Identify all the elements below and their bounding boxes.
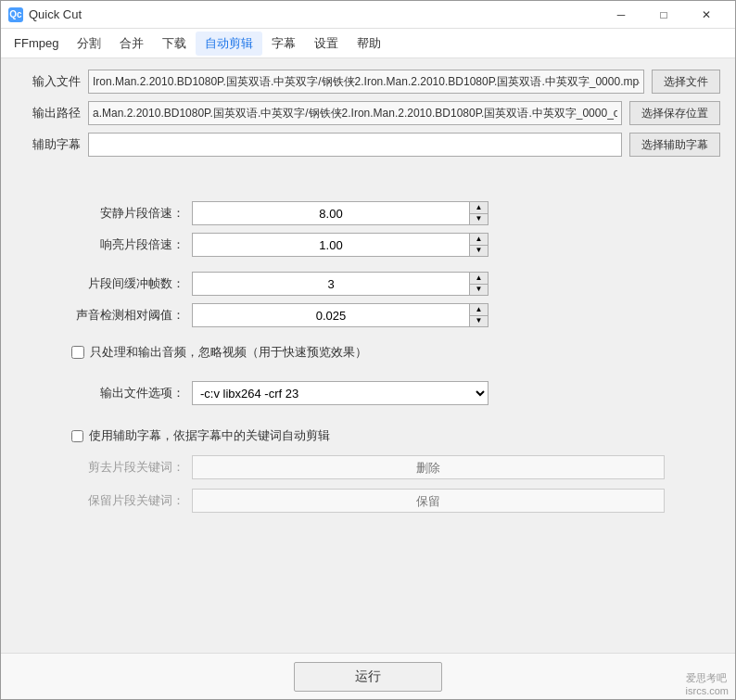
settings-area: 安静片段倍速： ▲ ▼ 响亮片段倍速： ▲ ▼ (16, 197, 720, 331)
threshold-input[interactable] (193, 304, 469, 326)
input-file-field[interactable] (88, 70, 644, 94)
subtitle-file-label: 辅助字幕 (16, 136, 81, 153)
output-path-label: 输出路径 (16, 105, 81, 121)
choose-subtitle-button[interactable]: 选择辅助字幕 (629, 133, 720, 157)
loud-speed-input[interactable] (193, 234, 469, 256)
output-options-select[interactable]: -c:v libx264 -crf 23 -c:v libx265 -crf 2… (192, 381, 489, 405)
audio-only-label: 只处理和输出音频，忽略视频（用于快速预览效果） (90, 344, 367, 361)
quiet-speed-down[interactable]: ▼ (470, 213, 488, 225)
threshold-spinbox: ▲ ▼ (192, 303, 489, 327)
margin-frames-label: 片段间缓冲帧数： (71, 275, 192, 292)
input-file-row: 输入文件 选择文件 (16, 70, 720, 94)
close-button[interactable]: ✕ (685, 1, 728, 29)
quiet-speed-spinbox: ▲ ▼ (192, 201, 489, 225)
keep-keyword-row: 保留片段关键词： (71, 487, 665, 515)
margin-frames-down[interactable]: ▼ (470, 284, 488, 296)
watermark: 爱思考吧isrcs.com (686, 671, 729, 696)
margin-frames-input[interactable] (193, 273, 469, 295)
loud-speed-down[interactable]: ▼ (470, 245, 488, 257)
margin-frames-up[interactable]: ▲ (470, 273, 488, 284)
output-path-field[interactable] (88, 101, 622, 125)
main-window: Qc Quick Cut ─ □ ✕ FFmpeg 分割 合并 下载 自动剪辑 … (0, 0, 736, 700)
keep-keyword-input[interactable] (192, 489, 665, 513)
keep-keyword-label: 保留片段关键词： (71, 492, 192, 509)
loud-speed-row: 响亮片段倍速： ▲ ▼ (71, 229, 665, 261)
threshold-up[interactable]: ▲ (470, 304, 488, 315)
subtitle-file-field[interactable] (88, 133, 622, 157)
title-bar: Qc Quick Cut ─ □ ✕ (1, 1, 735, 29)
subtitle-checkbox-row: 使用辅助字幕，依据字幕中的关键词自动剪辑 (71, 427, 665, 444)
use-subtitle-checkbox[interactable] (71, 430, 83, 442)
threshold-label: 声音检测相对阈值： (71, 307, 192, 324)
cut-keyword-input[interactable] (192, 455, 665, 479)
subtitle-section: 使用辅助字幕，依据字幕中的关键词自动剪辑 剪去片段关键词： 保留片段关键词： (71, 427, 665, 520)
choose-file-button[interactable]: 选择文件 (652, 70, 720, 94)
window-title: Quick Cut (29, 7, 600, 21)
output-options-label: 输出文件选项： (71, 385, 192, 401)
cut-keyword-label: 剪去片段关键词： (71, 459, 192, 476)
loud-speed-up[interactable]: ▲ (470, 234, 488, 245)
minimize-button[interactable]: ─ (600, 1, 642, 29)
menu-split[interactable]: 分割 (68, 32, 110, 56)
quiet-speed-label: 安静片段倍速： (71, 205, 192, 222)
loud-speed-label: 响亮片段倍速： (71, 236, 192, 253)
window-controls: ─ □ ✕ (600, 1, 728, 29)
audio-only-row: 只处理和输出音频，忽略视频（用于快速预览效果） (71, 344, 720, 361)
bottom-bar: 运行 (1, 653, 735, 699)
app-icon: Qc (8, 7, 23, 22)
menu-ffmpeg[interactable]: FFmpeg (5, 32, 68, 54)
margin-frames-row: 片段间缓冲帧数： ▲ ▼ (71, 268, 665, 299)
quiet-speed-input[interactable] (193, 202, 469, 224)
menu-merge[interactable]: 合并 (110, 32, 153, 56)
menu-subtitle[interactable]: 字幕 (262, 32, 305, 56)
choose-save-button[interactable]: 选择保存位置 (629, 101, 720, 125)
use-subtitle-label: 使用辅助字幕，依据字幕中的关键词自动剪辑 (89, 427, 330, 444)
quiet-speed-row: 安静片段倍速： ▲ ▼ (71, 197, 665, 229)
quiet-speed-up[interactable]: ▲ (470, 202, 488, 213)
subtitle-row: 辅助字幕 选择辅助字幕 (16, 133, 720, 157)
cut-keyword-row: 剪去片段关键词： (71, 453, 665, 481)
output-path-row: 输出路径 选择保存位置 (16, 101, 720, 125)
margin-frames-spinbox: ▲ ▼ (192, 272, 489, 296)
audio-only-checkbox[interactable] (71, 346, 84, 359)
menu-settings[interactable]: 设置 (305, 32, 348, 56)
input-file-label: 输入文件 (16, 73, 81, 90)
menu-download[interactable]: 下载 (153, 32, 196, 56)
run-button[interactable]: 运行 (294, 662, 442, 692)
threshold-row: 声音检测相对阈值： ▲ ▼ (71, 299, 665, 331)
menu-help[interactable]: 帮助 (348, 32, 390, 56)
threshold-down[interactable]: ▼ (470, 315, 488, 327)
menu-auto-cut[interactable]: 自动剪辑 (196, 32, 262, 56)
output-options-row: 输出文件选项： -c:v libx264 -crf 23 -c:v libx26… (16, 377, 720, 409)
menu-bar: FFmpeg 分割 合并 下载 自动剪辑 字幕 设置 帮助 (1, 29, 735, 58)
content-area: 输入文件 选择文件 输出路径 选择保存位置 辅助字幕 选择辅助字幕 安静片段倍速… (1, 58, 735, 653)
loud-speed-spinbox: ▲ ▼ (192, 233, 489, 257)
maximize-button[interactable]: □ (642, 1, 685, 29)
